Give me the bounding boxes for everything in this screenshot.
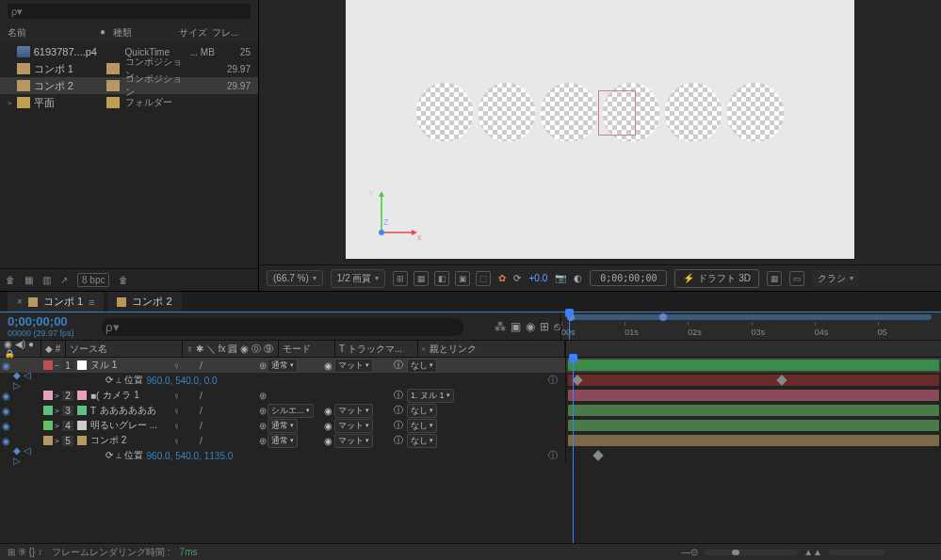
graph-icon[interactable]: ⊞ [540, 320, 549, 333]
zoom-dropdown[interactable]: (66.7 %) [267, 270, 323, 286]
visibility-toggle[interactable]: ◉ [0, 360, 11, 371]
layer-switches[interactable]: ♀/⊕ [171, 360, 268, 371]
parent-dropdown[interactable]: 1. ヌル 1 [407, 389, 454, 403]
parent-dropdown[interactable]: なし [407, 359, 437, 373]
blend-mode-dropdown[interactable]: 通常 [268, 434, 298, 448]
layer-bar[interactable] [568, 360, 939, 371]
col-label[interactable]: ● [92, 26, 113, 40]
col-fps[interactable]: フレ... [212, 26, 240, 40]
current-time-indicator[interactable] [569, 312, 570, 340]
moblur-icon[interactable]: ◉ [526, 320, 535, 333]
layer-row[interactable]: ◉ > 4 明るいグレー ... ♀/⊕ 通常 ◉マット ⓘなし [0, 418, 941, 433]
timeline-tab[interactable]: コンポ 2 [107, 292, 181, 312]
layer-switches[interactable]: ♀/⊕ [171, 436, 268, 446]
label-color[interactable] [43, 406, 53, 415]
col-parent[interactable]: ▫親とリンク [418, 341, 565, 357]
renderer-dropdown[interactable]: クラシ [812, 270, 859, 287]
show-snapshot-icon[interactable]: ◐ [574, 273, 582, 283]
region-icon[interactable]: ⬚ [476, 271, 491, 286]
project-item[interactable]: > 平面 フォルダー [0, 94, 258, 111]
draft-3d-button[interactable]: ⚡ ドラフト 3D [674, 269, 759, 288]
color-mgmt-icon[interactable]: ✿ [498, 273, 506, 283]
guides-icon[interactable]: ▦ [414, 271, 429, 286]
col-track-matte[interactable]: T トラックマ... [335, 341, 418, 357]
renderer-icon[interactable]: ▭ [789, 271, 804, 286]
layer-bar[interactable] [568, 420, 939, 431]
grid-icon[interactable]: ⊞ [393, 271, 408, 286]
layer-row[interactable]: ◉ > 3 Tああああああ ♀/⊕ シルエ... ◉マット ⓘなし [0, 403, 941, 418]
reset-exposure-icon[interactable]: ⟳ [513, 273, 521, 283]
timeline-zoom-slider[interactable]: —⊙ ▲▲ [681, 547, 884, 557]
layer-row[interactable]: ◉ > 5 コンポ 2 ♀/⊕ 通常 ◉マット ⓘなし [0, 433, 941, 448]
toggle-switches-icon[interactable]: ⊞ ⑨ {} ↕ [8, 547, 42, 557]
layer-name[interactable]: 明るいグレー ... [77, 419, 171, 432]
timeline-search-input[interactable] [102, 318, 463, 336]
time-ruler[interactable]: 00s01s02s03s04s05 [560, 312, 941, 340]
layer-row[interactable]: ◉ ~ 1 ヌル 1 ♀/⊕ 通常 ◉マット ⓘなし [0, 358, 941, 373]
matte-dropdown[interactable]: マット [334, 404, 373, 418]
pickwhip-icon[interactable]: ⓘ [394, 404, 403, 417]
matte-icon[interactable]: ◉ [324, 360, 333, 371]
adjust-icon[interactable]: ↗ [60, 275, 68, 285]
pickwhip-icon[interactable]: ⓘ [394, 359, 403, 372]
layer-bar[interactable] [568, 390, 939, 401]
composition-canvas[interactable]: Y x Z [346, 0, 854, 259]
matte-dropdown[interactable]: マット [334, 434, 373, 448]
mask-icon[interactable]: ◧ [434, 271, 449, 286]
col-source-name[interactable]: ソース名 [66, 341, 183, 357]
snapshot-icon[interactable]: 📷 [555, 273, 566, 283]
bpc-toggle[interactable]: 8 bpc [77, 273, 109, 287]
layer-switches[interactable]: ♀/⊕ [171, 421, 268, 431]
property-value[interactable]: 960.0, 540.0, 0.0 [147, 376, 218, 386]
item-label-icon[interactable] [106, 63, 120, 74]
matte-dropdown[interactable]: マット [334, 359, 373, 373]
col-name[interactable]: 名前 [8, 26, 92, 40]
layer-name[interactable]: Tああああああ [77, 404, 171, 417]
pickwhip-icon[interactable]: ⓘ [394, 389, 403, 402]
parent-dropdown[interactable]: なし [407, 404, 437, 418]
comp-new-icon[interactable]: ▥ [42, 275, 51, 285]
property-row[interactable]: ◆ ◁ ▷ ⟳ ⟂ 位置 960.0, 540.0, 1135.0 ⓘ [0, 448, 941, 463]
property-row[interactable]: ◆ ◁ ▷ ⟳ ⟂ 位置 960.0, 540.0, 0.0 ⓘ [0, 373, 941, 388]
link-icon[interactable]: ⎋ [554, 320, 560, 333]
viewer-timecode[interactable]: 0;00;00;00 [590, 270, 667, 286]
layer-name[interactable]: ヌル 1 [77, 359, 171, 372]
layer-bar[interactable] [568, 435, 939, 446]
frame-blend-icon[interactable]: ▣ [511, 320, 521, 333]
trash-icon[interactable]: 🗑 [119, 275, 128, 285]
3d-ground-icon[interactable]: ▦ [767, 271, 782, 286]
col-switches[interactable]: ♀ ✱ ＼ fx 圓 ◉ ⓪ ⑨ [183, 341, 279, 357]
visibility-toggle[interactable]: ◉ [0, 421, 11, 431]
timeline-timecode[interactable]: 0;00;00;00 00000 (29.97 fps) [0, 312, 94, 340]
col-mode[interactable]: モード [279, 341, 335, 357]
label-color[interactable] [43, 391, 53, 400]
col-size[interactable]: サイズ [179, 26, 212, 40]
parent-dropdown[interactable]: なし [407, 434, 437, 448]
blend-mode-dropdown[interactable]: 通常 [268, 419, 298, 433]
channel-icon[interactable]: ▣ [455, 271, 470, 286]
timeline-tab[interactable]: ×コンポ 1 ≡ [8, 292, 104, 312]
blend-mode-dropdown[interactable]: シルエ... [268, 404, 314, 418]
layer-name[interactable]: ■(カメラ 1 [77, 389, 171, 402]
item-label-icon[interactable] [106, 46, 120, 57]
visibility-toggle[interactable]: ◉ [0, 436, 11, 446]
project-search-input[interactable] [8, 4, 251, 19]
blend-mode-dropdown[interactable]: 通常 [268, 359, 298, 373]
layer-switches[interactable]: ♀/⊕ [171, 391, 268, 401]
axis-gizmo[interactable]: Y x Z [355, 185, 421, 251]
exposure-value[interactable]: +0.0 [528, 273, 547, 283]
matte-dropdown[interactable]: マット [334, 419, 373, 433]
layer-switches[interactable]: ♀/⊕ [171, 406, 268, 416]
matte-icon[interactable]: ◉ [324, 421, 333, 431]
project-item[interactable]: コンポ 2 コンポジション 29.97 [0, 77, 258, 94]
col-type[interactable]: 種類 [113, 26, 179, 40]
close-icon[interactable]: × [17, 296, 23, 307]
item-label-icon[interactable] [106, 97, 120, 108]
folder-new-icon[interactable]: ▦ [24, 275, 33, 285]
matte-icon[interactable]: ◉ [324, 436, 333, 446]
pickwhip-icon[interactable]: ⓘ [394, 419, 403, 432]
parent-dropdown[interactable]: なし [407, 419, 437, 433]
selection-box[interactable] [598, 90, 636, 136]
visibility-toggle[interactable]: ◉ [0, 406, 11, 416]
label-color[interactable] [43, 360, 53, 370]
